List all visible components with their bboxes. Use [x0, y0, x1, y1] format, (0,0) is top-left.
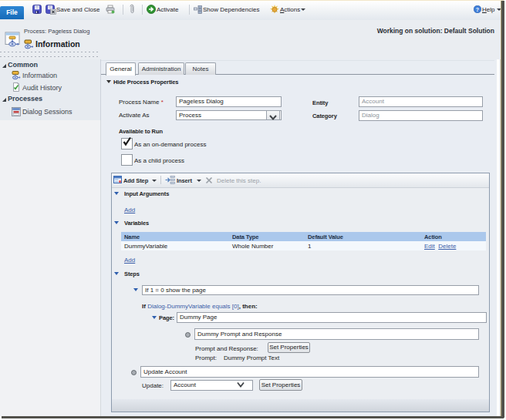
- svg-text:?: ?: [476, 7, 479, 12]
